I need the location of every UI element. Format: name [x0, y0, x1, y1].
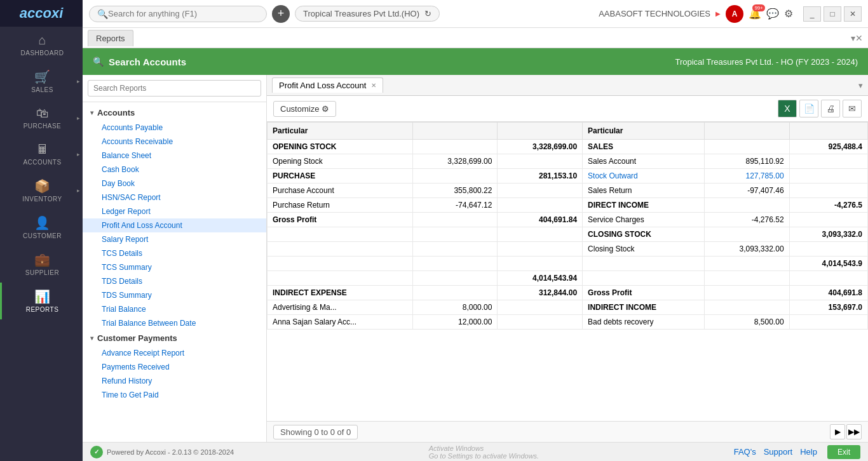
company-dropdown-icon[interactable]: ▶ [715, 10, 721, 17]
tree-item-day-book[interactable]: Day Book [83, 177, 266, 190]
sidebar-item-supplier[interactable]: 💼 SUPPLIER [0, 246, 83, 283]
right-label: Stock Outward [583, 169, 705, 184]
right-header: CLOSING STOCK [583, 227, 705, 242]
customize-gear-icon: ⚙ [322, 104, 329, 114]
excel-export-button[interactable]: X [778, 100, 797, 117]
tree-item-advance-receipt[interactable]: Advance Receipt Report [83, 346, 266, 360]
page-next-button[interactable]: ▶ [830, 424, 845, 439]
active-report-tab[interactable]: Profit And Loss Account ✕ [272, 77, 383, 93]
left-val1: 8,000.00 [412, 300, 498, 315]
sidebar-item-accounts[interactable]: 🖩 ACCOUNTS ▸ [0, 136, 83, 172]
footer-faq[interactable]: FAQ's [734, 447, 756, 457]
tabbar-close[interactable]: ✕ [855, 33, 863, 43]
pdf-export-button[interactable]: 📄 [799, 100, 818, 117]
footer-help[interactable]: Help [800, 447, 817, 457]
global-search[interactable]: 🔍 [89, 6, 267, 22]
sidebar-item-inventory[interactable]: 📦 INVENTORY ▸ [0, 172, 83, 209]
left-val2 [498, 154, 583, 169]
search-reports-box [83, 75, 266, 102]
chevron-down-icon: ▾ [90, 335, 93, 342]
settings-button[interactable]: ⚙ [784, 8, 793, 20]
reports-icon: 📊 [34, 289, 50, 304]
table-row: Gross Profit 404,691.84 Service Charges … [268, 213, 868, 227]
tree-panel: ▾ Accounts Accounts Payable Accounts Rec… [83, 102, 266, 442]
sidebar-item-sales[interactable]: 🛒 SALES ▸ [0, 63, 83, 100]
tabbar-arrow[interactable]: ▾ [851, 33, 855, 43]
tree-item-payments-received[interactable]: Payments Received [83, 360, 266, 374]
close-window-button[interactable]: ✕ [844, 6, 862, 22]
active-tab-label: Profit And Loss Account [279, 81, 366, 90]
left-label: Opening Stock [268, 154, 413, 169]
company-selector[interactable]: Tropical Treasures Pvt Ltd.(HO) ↻ [295, 6, 440, 22]
section-label: Accounts [97, 108, 135, 117]
table-row: OPENING STOCK 3,328,699.00 SALES 925,488… [268, 140, 868, 154]
search-reports-input[interactable] [88, 80, 261, 97]
left-total: 312,844.00 [498, 286, 583, 300]
right-label: Bad debts recovery [583, 315, 705, 330]
tree-item-time-to-get-paid[interactable]: Time to Get Paid [83, 388, 266, 402]
left-val1: 355,800.22 [412, 184, 498, 198]
col-val1-right [704, 123, 789, 140]
footer-powered-by: Powered by Accoxi - 2.0.13 © 2018-2024 [107, 448, 234, 456]
left-label: Purchase Return [268, 198, 413, 213]
left-val2 [498, 227, 583, 242]
tree-item-tds-details[interactable]: TDS Details [83, 274, 266, 288]
reports-tab[interactable]: Reports [88, 30, 133, 46]
reports-tabbar: Reports ▾ ✕ [83, 28, 868, 48]
right-val2 [789, 213, 867, 227]
window-controls: _ □ ✕ [803, 6, 862, 22]
tree-item-ledger-report[interactable]: Ledger Report [83, 204, 266, 218]
left-label: Purchase Account [268, 184, 413, 198]
user-avatar: A [726, 5, 743, 23]
left-val2 [498, 198, 583, 213]
table-row: CLOSING STOCK 3,093,332.0 [268, 227, 868, 242]
tree-item-trial-balance-between[interactable]: Trial Balance Between Date [83, 316, 266, 330]
sidebar-item-dashboard[interactable]: ⌂ DASHBOARD [0, 27, 83, 63]
right-val2 [789, 184, 867, 198]
tree-item-tds-summary[interactable]: TDS Summary [83, 288, 266, 302]
tree-section-customer-payments[interactable]: ▾ Customer Payments [83, 330, 266, 346]
email-button[interactable]: ✉ [843, 100, 862, 117]
content-area: ▾ Accounts Accounts Payable Accounts Rec… [83, 75, 868, 442]
left-subtotal: 4,014,543.94 [498, 271, 583, 286]
add-button[interactable]: + [272, 5, 290, 23]
tree-item-tcs-summary[interactable]: TCS Summary [83, 260, 266, 274]
maximize-button[interactable]: □ [824, 6, 841, 22]
print-button[interactable]: 🖨 [821, 100, 840, 117]
sidebar-item-purchase[interactable]: 🛍 PURCHASE ▸ [0, 100, 83, 136]
left-val2 [498, 257, 583, 271]
sidebar-item-customer[interactable]: 👤 CUSTOMER [0, 209, 83, 246]
tree-item-salary-report[interactable]: Salary Report [83, 232, 266, 246]
right-subtotal: 4,014,543.9 [789, 257, 867, 271]
table-row: 4,014,543.94 [268, 271, 868, 286]
sidebar-item-reports[interactable]: 📊 REPORTS [0, 283, 83, 319]
tree-item-tcs-details[interactable]: TCS Details [83, 246, 266, 260]
notifications-button[interactable]: 🔔 99+ [749, 8, 761, 20]
left-val1: 12,000.00 [412, 315, 498, 330]
left-val2 [498, 300, 583, 315]
global-search-input[interactable] [108, 9, 248, 18]
tree-item-trial-balance[interactable]: Trial Balance [83, 302, 266, 316]
right-val1 [704, 257, 789, 271]
tree-item-hsn-sac-report[interactable]: HSN/SAC Report [83, 190, 266, 204]
page-last-button[interactable]: ▶▶ [846, 424, 862, 439]
tree-section-accounts[interactable]: ▾ Accounts [83, 105, 266, 121]
close-tab-icon[interactable]: ✕ [371, 82, 376, 89]
minimize-button[interactable]: _ [803, 6, 821, 22]
right-panel: Profit And Loss Account ✕ ▾ Customize ⚙ … [267, 75, 868, 442]
right-val1 [704, 198, 789, 213]
tab-dropdown-icon[interactable]: ▾ [858, 81, 863, 90]
tree-item-accounts-payable[interactable]: Accounts Payable [83, 121, 266, 135]
right-val1 [704, 300, 789, 315]
tree-item-refund-history[interactable]: Refund History [83, 374, 266, 388]
tree-item-balance-sheet[interactable]: Balance Sheet [83, 149, 266, 163]
tree-item-profit-loss[interactable]: Profit And Loss Account [83, 218, 266, 232]
footer-support[interactable]: Support [764, 447, 793, 457]
messages-button[interactable]: 💬 [766, 8, 779, 20]
tree-item-accounts-receivable[interactable]: Accounts Receivable [83, 135, 266, 149]
tree-item-cash-book[interactable]: Cash Book [83, 163, 266, 177]
left-header: PURCHASE [268, 169, 413, 184]
exit-button[interactable]: Exit [827, 445, 860, 459]
customize-button[interactable]: Customize ⚙ [273, 101, 336, 117]
refresh-icon[interactable]: ↻ [424, 9, 431, 18]
